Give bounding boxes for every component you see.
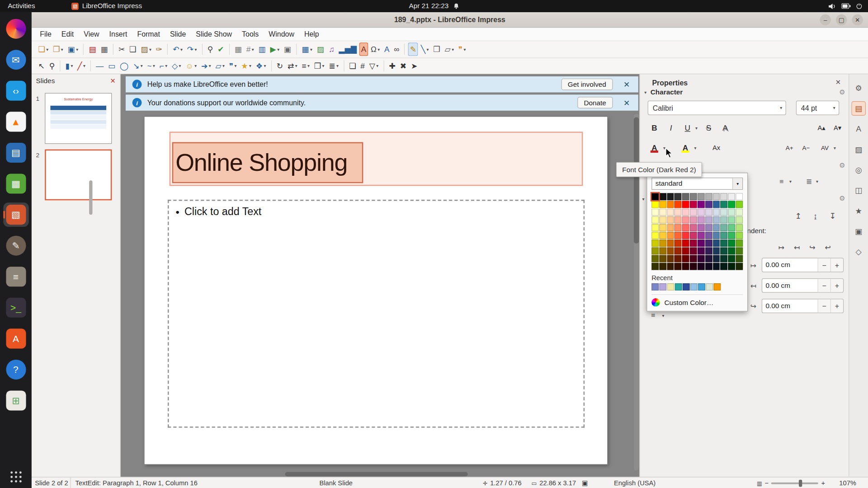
content-placeholder[interactable]: ● Click to add Text — [168, 200, 585, 427]
recent-color-swatch[interactable] — [675, 283, 682, 291]
master-slides-tab[interactable]: ▣ — [851, 224, 866, 239]
color-swatch[interactable] — [728, 193, 736, 200]
slide-2-thumbnail[interactable] — [45, 150, 112, 201]
color-swatch[interactable] — [651, 193, 659, 200]
color-swatch[interactable] — [667, 232, 674, 239]
decrement-button[interactable]: − — [818, 299, 830, 312]
color-swatch[interactable] — [675, 232, 682, 239]
dropdown-arrow-icon[interactable]: ▾ — [180, 47, 183, 52]
navigator-tab[interactable]: ◎ — [851, 163, 866, 177]
color-swatch[interactable] — [721, 232, 728, 239]
slide-editing-surface[interactable]: Online Shopping ● Click to add Text — [144, 116, 608, 465]
dock-app-center[interactable]: ⊞ — [3, 389, 28, 413]
callout-shapes-button[interactable]: ❞ ▾ — [457, 42, 467, 56]
new-document-button[interactable]: ❏ ▾ — [37, 42, 50, 56]
color-swatch[interactable] — [651, 263, 659, 270]
color-swatch[interactable] — [713, 201, 720, 208]
color-swatch[interactable] — [659, 193, 666, 200]
recent-color-swatch[interactable] — [690, 283, 698, 291]
indent-field-value[interactable]: 0.00 cm — [762, 261, 817, 269]
dock-files[interactable]: ≡ — [3, 264, 28, 289]
fit-slide-icon[interactable]: ▣ — [582, 478, 588, 488]
special-character-button[interactable]: Ω ▾ — [369, 42, 382, 56]
close-notification-button[interactable]: ✕ — [622, 98, 632, 107]
recent-color-swatch[interactable] — [659, 283, 666, 291]
color-swatch[interactable] — [675, 201, 682, 208]
transitions-tab[interactable]: ◫ — [851, 183, 866, 197]
donate-button[interactable]: Donate — [577, 97, 613, 108]
shapes-tab[interactable]: ◇ — [851, 244, 866, 259]
clear-formatting-button[interactable]: Ax — [710, 141, 723, 154]
color-swatch[interactable] — [682, 263, 689, 270]
color-swatch[interactable] — [659, 247, 666, 254]
crop-image-tool[interactable]: # ▾ — [359, 59, 367, 72]
color-swatch[interactable] — [713, 232, 720, 239]
color-swatch[interactable] — [728, 232, 736, 239]
redo-button[interactable]: ↷ ▾ — [185, 42, 198, 56]
dropdown-arrow-icon[interactable]: ▾ — [264, 63, 266, 68]
menu-slide-show[interactable]: Slide Show — [191, 28, 237, 41]
menu-slide[interactable]: Slide — [165, 28, 191, 41]
arrange-button[interactable]: ❒ ▾ — [432, 42, 442, 56]
color-swatch[interactable] — [690, 255, 697, 262]
connectors-tool[interactable]: ⌐ ▾ — [158, 59, 169, 72]
color-swatch[interactable] — [736, 193, 743, 200]
paste-button[interactable]: ▨ ▾ — [139, 42, 153, 56]
sidebar-settings-tab[interactable]: ⚙ — [851, 81, 866, 95]
color-swatch[interactable] — [698, 255, 705, 262]
color-swatch[interactable] — [675, 209, 682, 216]
color-swatch[interactable] — [651, 224, 659, 231]
color-swatch[interactable] — [651, 232, 659, 239]
close-slides-panel-button[interactable]: ✕ — [110, 77, 116, 84]
color-swatch[interactable] — [651, 239, 659, 247]
color-swatch[interactable] — [667, 239, 674, 247]
color-swatch[interactable] — [705, 201, 712, 208]
color-swatch[interactable] — [682, 193, 689, 200]
color-swatch[interactable] — [698, 232, 705, 239]
color-swatch[interactable] — [698, 239, 705, 247]
dropdown-arrow-icon[interactable]: ▾ — [235, 63, 237, 68]
switch-indent-button[interactable]: ↩ — [825, 244, 830, 252]
dropdown-arrow-icon[interactable]: ▾ — [336, 63, 339, 68]
dropdown-arrow-icon[interactable]: ▾ — [322, 63, 324, 68]
dropdown-arrow-icon[interactable]: ▾ — [165, 63, 167, 68]
color-swatch[interactable] — [736, 263, 743, 270]
undo-button[interactable]: ↶ ▾ — [171, 42, 184, 56]
zoom-out-button[interactable]: − — [765, 479, 769, 487]
print-button[interactable]: ▦ ▾ — [99, 42, 110, 56]
snap-guides-button[interactable]: # ▾ — [245, 42, 255, 56]
select-tool[interactable]: ↖ ▾ — [37, 59, 47, 72]
show-applications-button[interactable] — [10, 471, 21, 482]
color-swatch[interactable] — [675, 224, 682, 231]
color-swatch[interactable] — [675, 263, 682, 270]
insert-hyperlink-button[interactable]: ∞ ▾ — [392, 42, 401, 56]
color-swatch[interactable] — [705, 239, 712, 247]
increment-button[interactable]: + — [830, 258, 843, 272]
color-swatch[interactable] — [690, 239, 697, 247]
color-swatch[interactable] — [651, 255, 659, 262]
color-swatch[interactable] — [682, 216, 689, 224]
rotate-tool[interactable]: ↻ ▾ — [275, 59, 285, 72]
horizontal-scrollbar[interactable] — [285, 472, 468, 476]
color-swatch[interactable] — [705, 263, 712, 270]
system-tray[interactable] — [828, 3, 863, 10]
clock-area[interactable]: Apr 21 22:23 — [409, 2, 459, 10]
copy-button[interactable]: ❑ ▾ — [127, 42, 138, 56]
decrease-indent-button[interactable]: ↤ — [794, 244, 800, 252]
insert-image-button[interactable]: ▨ ▾ — [315, 42, 326, 56]
color-swatch[interactable] — [721, 263, 728, 270]
color-swatch[interactable] — [682, 209, 689, 216]
callouts-tool[interactable]: ❞ ▾ — [227, 59, 238, 72]
color-swatch[interactable] — [667, 255, 674, 262]
color-swatch[interactable] — [736, 255, 743, 262]
increase-char-spacing-button[interactable]: A+ — [783, 141, 796, 154]
color-swatch[interactable] — [675, 239, 682, 247]
color-swatch[interactable] — [728, 224, 736, 231]
color-swatch[interactable] — [705, 209, 712, 216]
char-spacing-dropdown-icon[interactable]: ▾ — [831, 141, 838, 154]
color-swatch[interactable] — [690, 263, 697, 270]
chevron-down-icon[interactable]: ▾ — [830, 105, 839, 110]
color-swatch[interactable] — [705, 255, 712, 262]
open-file-button[interactable]: ❐ ▾ — [51, 42, 65, 56]
insert-line-button[interactable]: ╲ ▾ — [419, 42, 430, 56]
